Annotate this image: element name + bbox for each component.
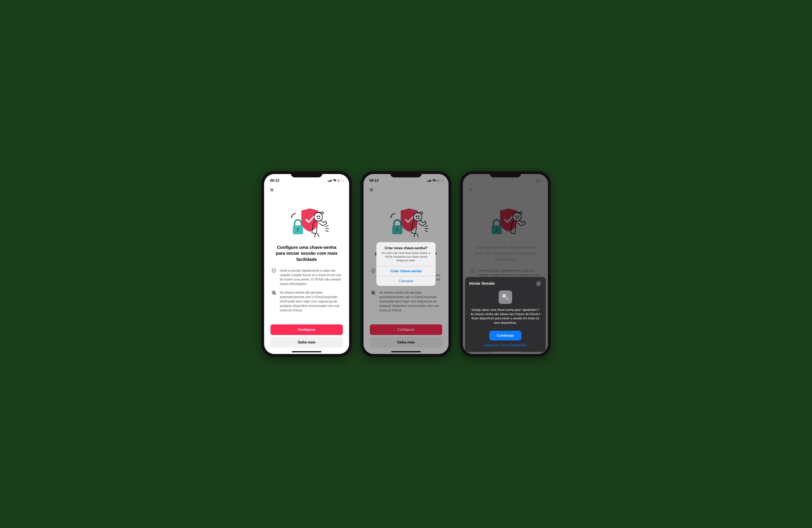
svg-point-5 <box>319 216 320 217</box>
sheet-title: Iniciar Sessão <box>469 281 495 286</box>
phone-frame-1: 00:13 15 <box>261 171 352 357</box>
content: Configure uma chave-senha para iniciar s… <box>264 184 349 354</box>
svg-point-4 <box>317 216 318 217</box>
home-indicator[interactable] <box>292 351 321 352</box>
alert-message: Se você criar uma nova chave-senha, o Ti… <box>376 251 436 266</box>
svg-point-23 <box>504 295 505 297</box>
shield-check-icon <box>371 268 376 273</box>
passkey-illustration <box>271 205 343 239</box>
bullet-text-2: As chaves-senha são geradas automaticame… <box>379 290 441 312</box>
continue-button[interactable]: Continuar <box>489 331 521 341</box>
sheet-header: Iniciar Sessão <box>469 281 541 287</box>
battery-icon <box>338 179 343 182</box>
alert-cancel-button[interactable]: Cancelar <box>376 276 436 286</box>
svg-point-13 <box>419 216 419 217</box>
bullet-item-2: As chaves-senha são geradas automaticame… <box>370 290 442 312</box>
status-time: 00:13 <box>369 179 378 183</box>
learn-more-button[interactable]: Saiba mais <box>271 337 343 348</box>
phone-frame-2: 00:13 15 <box>361 171 451 357</box>
notch <box>490 171 521 177</box>
bullet-item-2: As chaves-senha são geradas automaticame… <box>271 290 343 312</box>
sheet-close-button[interactable] <box>536 281 541 287</box>
alert-create-button[interactable]: Criar chave-senha <box>376 266 436 276</box>
svg-point-12 <box>416 216 417 217</box>
confirmation-alert: Criar nova chave-senha? Se você criar um… <box>376 242 436 286</box>
save-other-device-link[interactable]: Salvar em Outro Dispositivo <box>469 343 541 348</box>
battery-percent: 15 <box>334 179 336 182</box>
close-button[interactable] <box>368 187 375 193</box>
sheet-body: Deseja salvar uma chave-senha para "oped… <box>469 308 541 325</box>
close-button[interactable] <box>269 187 275 193</box>
screen-2: 00:13 15 <box>363 174 449 354</box>
bullet-item-1: Inicie a sessão rapidamente a cada vez u… <box>271 268 343 286</box>
configure-button[interactable]: Configurar <box>370 325 442 335</box>
key-icon <box>498 290 512 304</box>
configure-button[interactable]: Configurar <box>271 325 343 335</box>
notch <box>390 171 422 177</box>
svg-rect-10 <box>397 230 398 232</box>
notch <box>291 171 322 177</box>
battery-percent: 15 <box>433 179 436 182</box>
passkey-illustration <box>370 205 442 239</box>
signal-icon <box>328 180 332 182</box>
home-indicator[interactable] <box>391 351 421 352</box>
globe-key-icon <box>371 290 376 295</box>
signal-icon <box>427 180 431 182</box>
svg-rect-2 <box>297 230 299 232</box>
status-time: 00:13 <box>270 179 279 183</box>
page-heading: Configure uma chave-senha para iniciar s… <box>271 244 343 262</box>
bullet-text-1: Inicie a sessão rapidamente a cada vez u… <box>280 268 342 286</box>
alert-title: Criar nova chave-senha? <box>376 242 436 251</box>
globe-key-icon <box>271 290 276 295</box>
learn-more-button[interactable]: Saiba mais <box>370 337 442 348</box>
passkey-sheet: Iniciar Sessão Deseja salvar uma chave-s… <box>465 277 546 352</box>
bullet-text-2: As chaves-senha são geradas automaticame… <box>280 290 342 312</box>
phone-frame-3: 00:13 15 <box>460 171 551 357</box>
screen-3: 00:13 15 <box>463 174 548 354</box>
battery-icon <box>437 179 443 182</box>
screen-1: 00:13 15 <box>264 174 349 354</box>
status-right: 15 <box>328 179 343 183</box>
status-right: 15 <box>427 179 443 183</box>
shield-check-icon <box>271 268 276 273</box>
